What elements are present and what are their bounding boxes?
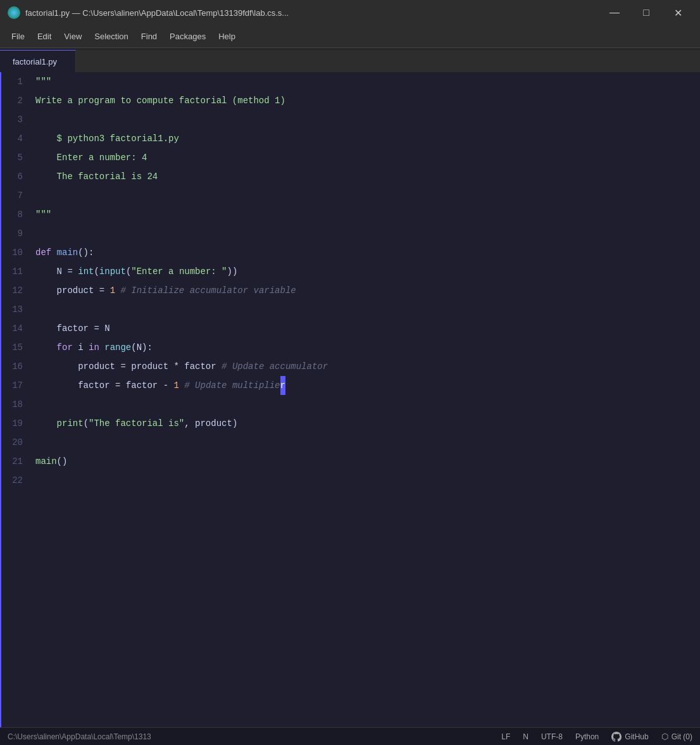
- line11-paren2: (: [126, 262, 131, 281]
- ln-22: 22: [8, 471, 23, 490]
- line10-func: main: [57, 243, 78, 262]
- line17-eq: =: [115, 376, 126, 395]
- line11-eq: =: [67, 262, 78, 281]
- tab-empty-area: [76, 50, 700, 72]
- code-line-2: Write a program to compute factorial (me…: [35, 91, 700, 110]
- line15-range: range: [104, 338, 131, 357]
- ln-13: 13: [8, 300, 23, 319]
- line11-paren1: (: [94, 262, 99, 281]
- line8-content: """: [35, 205, 51, 224]
- ln-15: 15: [8, 338, 23, 357]
- ln-8: 8: [8, 205, 23, 224]
- menu-packages[interactable]: Packages: [163, 29, 212, 44]
- ln-14: 14: [8, 319, 23, 338]
- code-line-5: Enter a number: 4: [35, 148, 700, 167]
- line12-1: 1: [110, 281, 121, 300]
- line11-indent: N: [35, 262, 67, 281]
- code-line-14: factor = N: [35, 319, 700, 338]
- line17-cursor: r: [280, 376, 285, 395]
- ln-7: 7: [8, 186, 23, 205]
- git-icon: ⬡: [661, 732, 668, 741]
- ln-11: 11: [8, 262, 23, 281]
- ln-18: 18: [8, 395, 23, 414]
- line21-paren: (): [57, 452, 68, 471]
- menu-find[interactable]: Find: [135, 29, 163, 44]
- code-line-12: product = 1 # Initialize accumulator var…: [35, 281, 700, 300]
- maximize-button[interactable]: □: [632, 3, 661, 22]
- statusbar-n[interactable]: N: [523, 732, 528, 741]
- ln-16: 16: [8, 357, 23, 376]
- statusbar-language[interactable]: Python: [575, 732, 599, 741]
- code-line-21: main(): [35, 452, 700, 471]
- code-editor[interactable]: """ Write a program to compute factorial…: [30, 72, 700, 727]
- ln-2: 2: [8, 91, 23, 110]
- line1-content: """: [35, 72, 51, 91]
- statusbar-git[interactable]: ⬡ Git (0): [661, 732, 692, 741]
- ln-17: 17: [8, 376, 23, 395]
- statusbar-github[interactable]: GitHub: [611, 732, 648, 742]
- close-button[interactable]: ✕: [663, 3, 692, 22]
- code-line-13: [35, 300, 700, 319]
- line15-i: i: [78, 338, 89, 357]
- line10-paren: ():: [78, 243, 94, 262]
- ln-1: 1: [8, 72, 23, 91]
- ln-20: 20: [8, 433, 23, 452]
- line19-str: "The factorial is": [89, 414, 184, 433]
- line11-input: input: [99, 262, 126, 281]
- line19-print: print: [35, 414, 84, 433]
- line10-def: def: [35, 243, 57, 262]
- code-line-18: [35, 395, 700, 414]
- line16-star: *: [173, 357, 184, 376]
- code-line-10: def main():: [35, 243, 700, 262]
- statusbar-right: LF N UTF-8 Python GitHub ⬡ Git (0): [501, 732, 692, 742]
- menu-view[interactable]: View: [58, 29, 88, 44]
- menu-file[interactable]: File: [5, 29, 31, 44]
- ln-3: 3: [8, 110, 23, 129]
- line15-args: (N):: [131, 338, 153, 357]
- line12-eq: =: [99, 281, 110, 300]
- code-line-22: [35, 471, 700, 490]
- tabbar: factorial1.py: [0, 48, 700, 72]
- line16-factor: factor: [184, 357, 222, 376]
- ln-6: 6: [8, 167, 23, 186]
- line17-minus: -: [163, 376, 174, 395]
- github-icon: [611, 732, 622, 742]
- line11-int: int: [78, 262, 94, 281]
- titlebar: factorial1.py — C:\Users\alinen\AppData\…: [0, 0, 700, 25]
- app-icon: [8, 6, 20, 19]
- line12-product: product: [35, 281, 99, 300]
- code-line-7: [35, 186, 700, 205]
- menu-edit[interactable]: Edit: [31, 29, 58, 44]
- code-line-11: N = int(input("Enter a number: ")): [35, 262, 700, 281]
- line17-expr: factor: [126, 376, 163, 395]
- statusbar-charset[interactable]: UTF-8: [541, 732, 563, 741]
- ln-21: 21: [8, 452, 23, 471]
- line12-comment: # Initialize accumulator variable: [120, 281, 296, 300]
- line21-main: main: [35, 452, 57, 471]
- minimize-button[interactable]: —: [600, 3, 629, 22]
- line19-rest: , product): [184, 414, 237, 433]
- titlebar-controls: — □ ✕: [600, 3, 692, 22]
- line11-close: )): [227, 262, 238, 281]
- statusbar-lf[interactable]: LF: [501, 732, 510, 741]
- menu-help[interactable]: Help: [212, 29, 242, 44]
- line4-content: $ python3 factorial1.py: [35, 129, 179, 148]
- code-line-1: """: [35, 72, 700, 91]
- code-line-8: """: [35, 205, 700, 224]
- code-line-9: [35, 224, 700, 243]
- line11-str: "Enter a number: ": [131, 262, 227, 281]
- line16-eq: =: [120, 357, 131, 376]
- menu-selection[interactable]: Selection: [88, 29, 134, 44]
- line15-for: for: [35, 338, 78, 357]
- titlebar-title: factorial1.py — C:\Users\alinen\AppData\…: [25, 8, 289, 18]
- titlebar-left: factorial1.py — C:\Users\alinen\AppData\…: [8, 6, 289, 19]
- ln-19: 19: [8, 414, 23, 433]
- line-numbers: 1 2 3 4 5 6 7 8 9 10 11 12 13 14 15 16 1…: [0, 72, 30, 727]
- ln-12: 12: [8, 281, 23, 300]
- line17-comment: # Update multiplie: [184, 376, 280, 395]
- line6-content: The factorial is 24: [35, 167, 158, 186]
- ln-10: 10: [8, 243, 23, 262]
- git-label: Git (0): [672, 732, 692, 741]
- line15-in: in: [89, 338, 104, 357]
- tab-factorial1[interactable]: factorial1.py: [0, 50, 76, 72]
